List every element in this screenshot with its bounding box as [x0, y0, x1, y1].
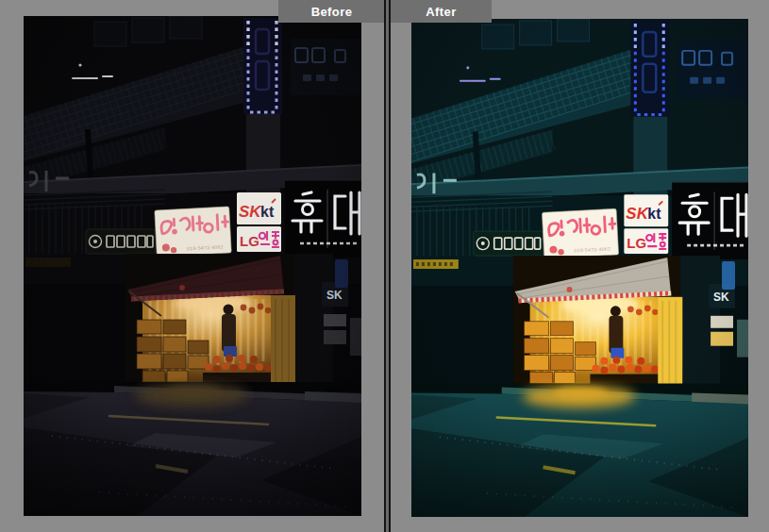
before-photo[interactable] [24, 16, 361, 516]
before-tab[interactable]: Before [278, 0, 385, 23]
comparison-divider[interactable] [384, 0, 391, 532]
after-tab-label: After [426, 5, 456, 19]
preset-comparison-view: Before After [0, 0, 769, 532]
after-tab[interactable]: After [391, 0, 492, 23]
after-photo[interactable] [411, 19, 748, 517]
before-tab-label: Before [311, 5, 353, 19]
